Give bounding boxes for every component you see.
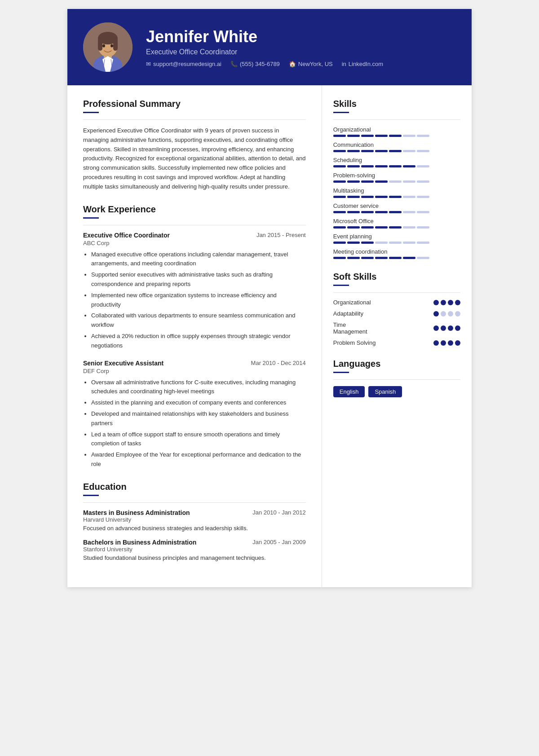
experience-section: Work Experience Executive Office Coordin… [83, 204, 306, 469]
soft-skill-name: Problem Solving [333, 339, 433, 346]
skill-segment-empty [417, 180, 429, 183]
svg-point-7 [102, 44, 105, 48]
skill-segment-filled [361, 257, 374, 259]
languages-underline [333, 372, 349, 373]
edu-desc: Focused on advanced business strategies … [83, 525, 306, 532]
skill-bar [333, 226, 460, 229]
skill-segment-filled [333, 211, 346, 213]
resume-container: Jennifer White Executive Office Coordina… [67, 9, 472, 587]
skill-segment-empty [417, 196, 429, 198]
skill-segment-filled [347, 242, 360, 244]
skill-name: Microsoft Office [333, 218, 460, 224]
job-date: Jan 2015 - Present [256, 232, 306, 238]
job-bullets: Oversaw all administrative functions for… [83, 378, 306, 469]
dot-filled [441, 340, 446, 346]
skill-segment-empty [403, 135, 415, 137]
skill-segment-filled [389, 150, 402, 152]
dot-filled [433, 311, 439, 316]
soft-skill-item: Organizational [333, 299, 460, 306]
skill-segment-empty [417, 211, 429, 213]
edu-container: Masters in Business AdministrationJan 20… [83, 509, 306, 561]
experience-underline [83, 217, 99, 219]
skill-item: Organizational [333, 126, 460, 137]
skill-segment-filled [375, 211, 388, 213]
skill-segment-empty [403, 242, 415, 244]
skill-item: Microsoft Office [333, 218, 460, 229]
svg-rect-6 [113, 38, 118, 51]
main-layout: Professional Summary Experienced Executi… [67, 85, 472, 587]
edu-desc: Studied foundational business principles… [83, 554, 306, 561]
skill-segment-empty [417, 242, 429, 244]
phone-icon: 📞 [230, 61, 238, 67]
svg-point-8 [110, 44, 113, 48]
email-value: support@resumedesign.ai [153, 61, 221, 67]
avatar [83, 22, 133, 72]
skill-item: Multitasking [333, 187, 460, 198]
skill-segment-filled [347, 257, 360, 259]
skill-segment-filled [333, 196, 346, 198]
skill-segment-filled [361, 150, 374, 152]
skill-segment-filled [333, 165, 346, 167]
skill-segment-filled [347, 135, 360, 137]
skill-segment-empty [403, 226, 415, 229]
skill-name: Customer service [333, 202, 460, 209]
skill-segment-filled [333, 226, 346, 229]
language-tag: English [333, 386, 365, 397]
skill-segment-filled [361, 226, 374, 229]
email-contact: ✉ support@resumedesign.ai [146, 61, 221, 67]
summary-section: Professional Summary Experienced Executi… [83, 99, 306, 192]
jobs-container: Executive Office CoordinatorJan 2015 - P… [83, 232, 306, 469]
education-divider [83, 502, 306, 503]
skills-title: Skills [333, 99, 460, 109]
contact-row: ✉ support@resumedesign.ai 📞 (555) 345-67… [146, 61, 456, 67]
dot-filled [441, 325, 446, 331]
job-bullet: Oversaw all administrative functions for… [91, 378, 306, 397]
skill-item: Scheduling [333, 157, 460, 167]
skill-segment-filled [347, 226, 360, 229]
job-bullet: Led a team of office support staff to en… [91, 430, 306, 449]
soft-skills-divider [333, 292, 460, 293]
summary-divider [83, 119, 306, 120]
skill-segment-filled [389, 257, 402, 259]
skill-segment-empty [389, 180, 402, 183]
linkedin-icon: in [342, 61, 346, 67]
job-item: Executive Office CoordinatorJan 2015 - P… [83, 232, 306, 351]
skill-segment-filled [361, 211, 374, 213]
email-icon: ✉ [146, 61, 151, 67]
skill-name: Multitasking [333, 187, 460, 194]
skill-item: Meeting coordination [333, 248, 460, 259]
edu-header: Bachelors in Business AdministrationJan … [83, 539, 306, 546]
location-contact: 🏠 NewYork, US [289, 61, 333, 67]
skill-segment-empty [403, 180, 415, 183]
phone-value: (555) 345-6789 [240, 61, 280, 67]
education-title: Education [83, 482, 306, 492]
summary-underline [83, 112, 99, 113]
soft-skill-item: Adaptability [333, 310, 460, 317]
skill-segment-empty [389, 242, 402, 244]
dot-filled [433, 325, 439, 331]
skill-segment-filled [403, 165, 415, 167]
skill-segment-filled [389, 211, 402, 213]
edu-degree: Bachelors in Business Administration [83, 539, 196, 546]
job-title: Executive Office Coordinator [83, 232, 170, 239]
languages-section: Languages EnglishSpanish [333, 359, 460, 397]
skill-segment-filled [375, 135, 388, 137]
skill-segment-empty [403, 211, 415, 213]
job-company: DEF Corp [83, 368, 306, 374]
education-underline [83, 495, 99, 496]
skill-segment-filled [375, 150, 388, 152]
skill-name: Organizational [333, 126, 460, 133]
linkedin-contact: in LinkedIn.com [342, 61, 383, 67]
job-bullet: Collaborated with various departments to… [91, 311, 306, 330]
skill-bar [333, 242, 460, 244]
skill-segment-empty [417, 150, 429, 152]
soft-skills-container: OrganizationalAdaptabilityTimeManagement… [333, 299, 460, 346]
skill-segment-filled [333, 180, 346, 183]
skill-segment-filled [361, 135, 374, 137]
summary-text: Experienced Executive Office Coordinator… [83, 126, 306, 192]
location-value: NewYork, US [298, 61, 333, 67]
skill-segment-filled [333, 257, 346, 259]
skill-segment-filled [389, 196, 402, 198]
language-tag: Spanish [368, 386, 402, 397]
skill-item: Event planning [333, 233, 460, 244]
